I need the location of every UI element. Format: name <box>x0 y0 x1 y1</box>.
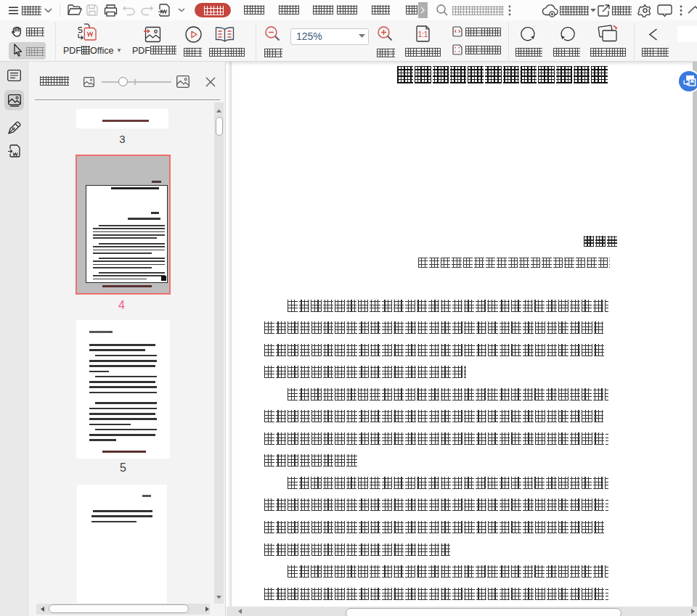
svg-text:1:1: 1:1 <box>418 30 428 38</box>
